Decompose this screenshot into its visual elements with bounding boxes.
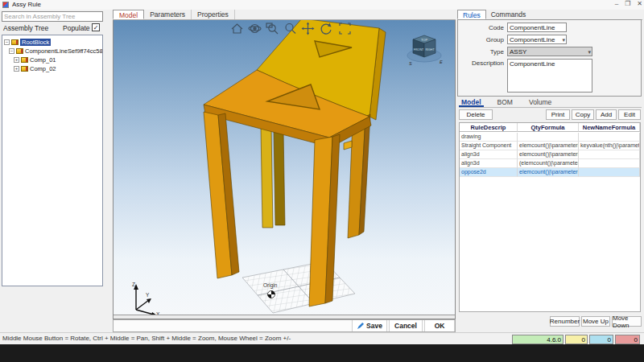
col-newnameformula: NewNameFormula bbox=[579, 123, 640, 132]
delete-button[interactable]: Delete bbox=[459, 109, 493, 120]
assembly-node-icon bbox=[21, 66, 28, 72]
move-down-button[interactable]: Move Down bbox=[612, 316, 642, 327]
dialog-action-bar: Save Cancel OK bbox=[113, 319, 456, 332]
tab-properties[interactable]: Properties bbox=[192, 10, 235, 19]
tree-item-label: RootBlock bbox=[20, 39, 51, 46]
tab-commands[interactable]: Commands bbox=[486, 10, 530, 19]
collapse-icon[interactable]: − bbox=[4, 39, 10, 45]
table-row[interactable]: align3delemcount()|\parameterlist bbox=[460, 150, 640, 159]
table-header-row: RuleDescrip QtyFormula NewNameFormula bbox=[460, 123, 640, 132]
minimize-button[interactable]: – bbox=[615, 0, 618, 7]
renumber-button[interactable]: Renumber bbox=[550, 316, 580, 327]
description-field[interactable]: ComponentLine bbox=[507, 59, 592, 93]
tree-item-label: ComponentLineSef9ff74cc58d453d9973d148 bbox=[25, 47, 103, 55]
add-button[interactable]: Add bbox=[596, 109, 617, 120]
origin-grid bbox=[242, 261, 355, 313]
viewcube-right-label: RIGHT bbox=[425, 48, 435, 51]
tab-model[interactable]: Model bbox=[113, 10, 144, 19]
viewport-floor-strip bbox=[114, 315, 455, 319]
rotate-view-icon[interactable] bbox=[321, 23, 331, 35]
z-axis-label: Z bbox=[132, 282, 135, 287]
col-ruledescrip: RuleDescrip bbox=[460, 123, 518, 132]
table-row[interactable]: drawing bbox=[460, 133, 640, 142]
y-axis-label: Y bbox=[146, 292, 149, 298]
viewport-tab-bar: Model Parameters Properties bbox=[113, 10, 456, 20]
assembly-tree: − RootBlock − ComponentLineSef9ff74cc58d… bbox=[2, 35, 103, 286]
code-label: Code bbox=[460, 24, 504, 31]
copy-button[interactable]: Copy bbox=[572, 109, 594, 120]
subtab-model[interactable]: Model bbox=[459, 98, 484, 107]
table-row[interactable]: Straight Componentelemcount()|\parameter… bbox=[460, 142, 640, 150]
title-bar: Assy Rule – ❐ ✕ bbox=[0, 0, 644, 10]
pan-icon[interactable] bbox=[302, 23, 315, 35]
version-indicator: 4.6.0 bbox=[512, 335, 564, 344]
ok-button[interactable]: OK bbox=[424, 320, 455, 331]
populate-label: Populate bbox=[63, 24, 90, 32]
origin-marker bbox=[268, 291, 275, 298]
tree-item-label: Comp_01 bbox=[30, 56, 56, 64]
save-button[interactable]: Save bbox=[352, 320, 387, 331]
tree-item-comp01[interactable]: + Comp_01 bbox=[14, 56, 56, 64]
tree-item-comp02[interactable]: + Comp_02 bbox=[14, 64, 56, 72]
info-indicator: 0 bbox=[589, 335, 613, 344]
tree-item-label: Comp_02 bbox=[30, 65, 56, 72]
collapse-icon[interactable]: − bbox=[9, 48, 14, 54]
rule-properties-group: Code Group ComponentLine Type ASSY Descr… bbox=[457, 19, 642, 97]
viewcube-front-label: FRONT bbox=[414, 48, 424, 51]
table-row-selected[interactable]: oppose2delemcount()|\parameterlist bbox=[460, 168, 640, 177]
warning-indicator: 0 bbox=[565, 335, 588, 344]
pencil-icon bbox=[357, 323, 364, 330]
viewcube-south-label: S bbox=[409, 61, 412, 66]
assembly-tree-search-input[interactable] bbox=[2, 11, 103, 22]
type-label: Type bbox=[460, 48, 504, 56]
cancel-button[interactable]: Cancel bbox=[389, 320, 423, 331]
zoom-window-icon[interactable] bbox=[266, 23, 278, 34]
code-field[interactable] bbox=[507, 23, 567, 32]
maximize-button[interactable]: ❐ bbox=[625, 0, 630, 7]
origin-label: Origin bbox=[263, 282, 277, 288]
chair-model bbox=[204, 20, 386, 306]
error-indicator: 0 bbox=[615, 335, 640, 344]
zoom-icon[interactable] bbox=[286, 24, 295, 34]
print-button[interactable]: Print bbox=[546, 109, 570, 120]
rule-sub-tab-bar: Model BOM Volume bbox=[459, 98, 642, 108]
viewcube-east-label: E bbox=[440, 60, 443, 64]
rules-table: RuleDescrip QtyFormula NewNameFormula dr… bbox=[459, 122, 641, 312]
tree-item-rootblock[interactable]: − RootBlock bbox=[4, 38, 51, 46]
subtab-bom[interactable]: BOM bbox=[495, 98, 515, 107]
assembly-node-icon bbox=[21, 57, 28, 63]
group-label: Group bbox=[460, 36, 504, 43]
tab-parameters[interactable]: Parameters bbox=[144, 10, 192, 19]
expand-icon[interactable]: + bbox=[14, 57, 19, 63]
description-label: Description bbox=[460, 60, 504, 67]
fit-view-icon[interactable] bbox=[340, 23, 350, 34]
move-up-button[interactable]: Move Up bbox=[581, 316, 610, 327]
table-row[interactable]: align3d(elemcount()|\parameterlis bbox=[460, 159, 640, 168]
col-qtyformula: QtyFormula bbox=[518, 123, 579, 132]
axis-triad bbox=[134, 284, 157, 317]
app-icon bbox=[2, 2, 9, 8]
expand-icon[interactable]: + bbox=[14, 66, 19, 72]
orbit-view-icon[interactable] bbox=[249, 25, 261, 33]
mouse-hint-text: Middle Mouse Button = Rotate, Ctrl + Mid… bbox=[2, 335, 291, 342]
populate-checkbox[interactable] bbox=[92, 23, 100, 31]
assembly-node-icon bbox=[11, 39, 19, 45]
viewport-toolbar bbox=[230, 22, 355, 36]
type-dropdown[interactable]: ASSY bbox=[507, 47, 592, 56]
group-dropdown[interactable]: ComponentLine bbox=[507, 35, 567, 44]
subtab-volume[interactable]: Volume bbox=[526, 98, 554, 107]
close-button[interactable]: ✕ bbox=[637, 0, 642, 7]
home-icon[interactable] bbox=[232, 24, 242, 33]
edit-button[interactable]: Edit bbox=[618, 109, 641, 120]
viewcube-top-label: TOP bbox=[421, 38, 427, 42]
tab-rules[interactable]: Rules bbox=[457, 10, 486, 19]
tree-item-componentline[interactable]: − ComponentLineSef9ff74cc58d453d9973d148 bbox=[9, 47, 103, 55]
assembly-node-icon bbox=[16, 48, 23, 54]
3d-viewport[interactable]: Origin Z Y X TOP bbox=[113, 20, 456, 319]
view-cube[interactable]: TOP FRONT RIGHT S E bbox=[403, 31, 445, 68]
window-title: Assy Rule bbox=[12, 1, 41, 8]
windows-taskbar: Type here to search A vs.com » 21°C Haze… bbox=[0, 344, 644, 362]
